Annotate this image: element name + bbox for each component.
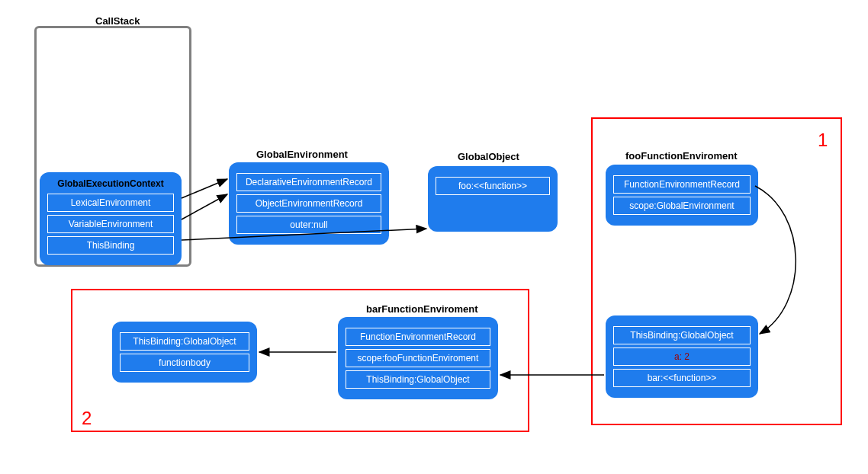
bar-body-functionbody: functionbody [120,354,249,372]
gec-row-variable: VariableEnvironment [47,215,174,233]
node-global-environment: DeclarativeEnvironmentRecord ObjectEnvir… [229,162,389,245]
bar-body-thisbinding: ThisBinding:GlobalObject [120,332,249,351]
node-global-execution-context: GlobalExecutionContext LexicalEnvironmen… [40,172,182,265]
callstack-title: CallStack [95,15,140,27]
node-bar-function-env: FunctionEnvironmentRecord scope:fooFunct… [338,317,498,399]
foo-body-thisbinding: ThisBinding:GlobalObject [613,326,751,344]
bar-row-thisbinding: ThisBinding:GlobalObject [346,370,490,389]
node-foo-body: ThisBinding:GlobalObject a: 2 bar:<<func… [606,315,758,398]
node-bar-body: ThisBinding:GlobalObject functionbody [112,322,257,383]
global-object-title: GlobalObject [458,151,519,162]
ge-row-object: ObjectEnvironmentRecord [236,194,381,213]
go-row-foo: foo:<<function>> [436,177,550,195]
global-environment-title: GlobalEnvironment [256,149,348,160]
ge-row-outer: outer:null [236,216,381,234]
node-global-object: foo:<<function>> [428,166,558,232]
ge-row-declarative: DeclarativeEnvironmentRecord [236,173,381,191]
region-2-number: 2 [82,408,92,429]
gec-row-lexical: LexicalEnvironment [47,194,174,212]
gec-row-thisbinding: ThisBinding [47,236,174,255]
region-1-number: 1 [818,130,828,151]
foo-row-fer: FunctionEnvironmentRecord [613,175,751,194]
bar-env-title: barFunctionEnviroment [366,303,478,315]
gec-title: GlobalExecutionContext [47,178,174,189]
bar-row-fer: FunctionEnvironmentRecord [346,328,490,346]
foo-row-scope: scope:GlobalEnvironment [613,197,751,215]
foo-env-title: fooFunctionEnviroment [625,150,738,162]
foo-body-bar: bar:<<function>> [613,369,751,387]
foo-body-a: a: 2 [613,347,751,366]
node-foo-function-env: FunctionEnvironmentRecord scope:GlobalEn… [606,165,758,226]
bar-row-scope: scope:fooFunctionEnviroment [346,349,490,367]
